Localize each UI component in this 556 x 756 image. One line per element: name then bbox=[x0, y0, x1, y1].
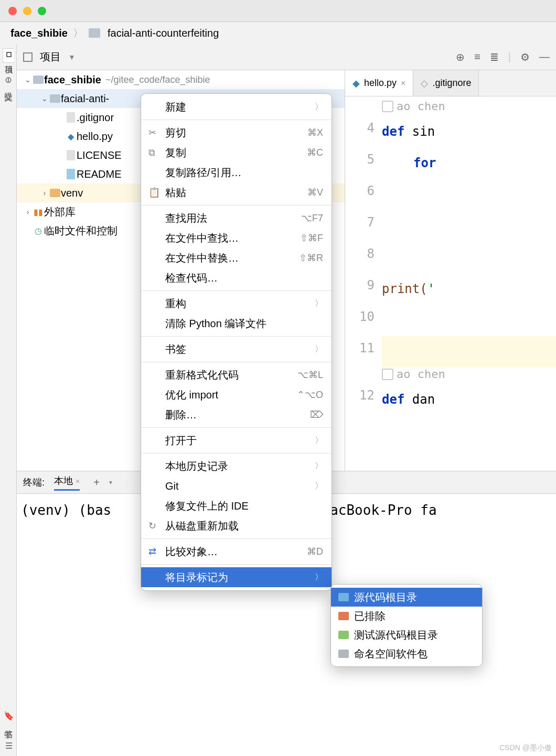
add-terminal-button[interactable]: + bbox=[93, 477, 100, 489]
breadcrumb-child[interactable]: facial-anti-counterfeiting bbox=[108, 27, 219, 39]
minimize-window-button[interactable] bbox=[23, 7, 31, 15]
cm-cut[interactable]: ✂剪切⌘X bbox=[141, 123, 332, 143]
python-file-icon: ◆ bbox=[352, 78, 360, 89]
folder-icon-gray bbox=[338, 650, 349, 658]
breadcrumb-root[interactable]: face_shibie bbox=[10, 27, 68, 39]
panel-label[interactable]: 项目 bbox=[40, 50, 61, 64]
terminal-tab-local[interactable]: 本地 × bbox=[54, 474, 80, 491]
sm-excluded[interactable]: 已排除 bbox=[331, 607, 482, 625]
copy-icon: ⧉ bbox=[148, 147, 155, 158]
cm-paste[interactable]: 📋粘贴⌘V bbox=[141, 182, 332, 202]
editor-tabs: ◆ hello.py × ◇ .gitignore bbox=[345, 70, 556, 96]
watermark: CSDN @墨小傲 bbox=[499, 743, 552, 753]
cm-bookmark[interactable]: 书签〉 bbox=[141, 339, 332, 359]
target-icon[interactable]: ⊕ bbox=[456, 51, 465, 63]
author-annotation: ao chen bbox=[382, 100, 556, 113]
sm-namespace[interactable]: 命名空间软件包 bbox=[331, 644, 482, 663]
left-sidebar: 项目 ⊖ 提交 🔖 书签 ☰ 结构 bbox=[0, 44, 17, 756]
mark-directory-submenu: 源代码根目录 已排除 测试源代码根目录 命名空间软件包 bbox=[330, 584, 483, 667]
cm-compare[interactable]: ⇄比较对象…⌘D bbox=[141, 542, 332, 561]
minimize-panel-icon[interactable]: — bbox=[539, 51, 550, 63]
titlebar bbox=[0, 0, 556, 22]
cm-copy-path[interactable]: 复制路径/引用… bbox=[141, 163, 332, 182]
chevron-down-icon[interactable]: ▾ bbox=[109, 479, 112, 486]
cm-git[interactable]: Git〉 bbox=[141, 476, 332, 496]
cm-delete[interactable]: 删除…⌦ bbox=[141, 405, 332, 425]
paste-icon: 📋 bbox=[148, 187, 160, 198]
cm-optimize-import[interactable]: 优化 import⌃⌥O bbox=[141, 385, 332, 405]
tab-hello-py[interactable]: ◆ hello.py × bbox=[345, 70, 413, 96]
cut-icon: ✂ bbox=[148, 127, 156, 138]
cm-reformat[interactable]: 重新格式化代码⌥⌘L bbox=[141, 365, 332, 385]
context-menu: 新建〉 ✂剪切⌘X ⧉复制⌘C 复制路径/引用… 📋粘贴⌘V 查找用法⌥F7 在… bbox=[141, 93, 332, 591]
close-window-button[interactable] bbox=[8, 7, 17, 15]
cm-new[interactable]: 新建〉 bbox=[141, 97, 332, 117]
editor-area: ◆ hello.py × ◇ .gitignore 456789101112 a… bbox=[345, 70, 556, 471]
cm-local-history[interactable]: 本地历史记录〉 bbox=[141, 456, 332, 476]
collapse-icon[interactable]: ≣ bbox=[490, 51, 499, 63]
divider: | bbox=[508, 51, 511, 63]
folder-icon-orange bbox=[338, 612, 349, 620]
cm-clean-pyc[interactable]: 清除 Python 编译文件 bbox=[141, 314, 332, 333]
breadcrumb: face_shibie 〉 facial-anti-counterfeiting bbox=[0, 22, 556, 44]
cm-repair-ide[interactable]: 修复文件上的 IDE bbox=[141, 496, 332, 516]
close-icon[interactable]: × bbox=[401, 79, 405, 88]
chevron-right-icon: 〉 bbox=[73, 26, 83, 40]
gitignore-file-icon: ◇ bbox=[421, 78, 428, 89]
sidebar-tab-project[interactable]: 项目 bbox=[3, 48, 14, 63]
project-panel-toolbar: 项目 ▼ ⊕ ≡ ≣ | ⚙ — bbox=[17, 44, 556, 70]
sidebar-tab-structure[interactable]: ☰ 结构 bbox=[3, 738, 14, 756]
cm-find-usages[interactable]: 查找用法⌥F7 bbox=[141, 208, 332, 228]
sidebar-tab-bookmarks[interactable]: 🔖 书签 bbox=[3, 708, 14, 727]
chevron-down-icon[interactable]: ▼ bbox=[68, 53, 76, 61]
cm-inspect[interactable]: 检查代码… bbox=[141, 268, 332, 288]
sm-test-root[interactable]: 测试源代码根目录 bbox=[331, 625, 482, 644]
terminal-title: 终端: bbox=[23, 476, 45, 489]
maximize-window-button[interactable] bbox=[38, 7, 46, 15]
cm-mark-directory[interactable]: 将目录标记为〉 bbox=[141, 567, 332, 587]
line-gutter: 456789101112 bbox=[345, 96, 382, 471]
gear-icon[interactable]: ⚙ bbox=[520, 51, 530, 63]
sm-source-root[interactable]: 源代码根目录 bbox=[331, 588, 482, 607]
cm-copy[interactable]: ⧉复制⌘C bbox=[141, 143, 332, 163]
cm-reload[interactable]: ↻从磁盘重新加载 bbox=[141, 516, 332, 536]
folder-icon-green bbox=[338, 631, 349, 639]
tree-root[interactable]: ⌄ face_shibie~/gitee_code/face_shibie bbox=[17, 70, 345, 89]
reload-icon: ↻ bbox=[148, 520, 156, 532]
cm-replace-in-files[interactable]: 在文件中替换…⇧⌘R bbox=[141, 248, 332, 268]
cm-open-in[interactable]: 打开于〉 bbox=[141, 430, 332, 450]
code-editor[interactable]: 456789101112 ao chen def sin for print('… bbox=[345, 96, 556, 471]
sidebar-tab-commit[interactable]: ⊖ 提交 bbox=[3, 73, 14, 89]
author-annotation-2: ao chen bbox=[382, 368, 556, 381]
project-view-icon bbox=[23, 52, 33, 62]
compare-icon: ⇄ bbox=[148, 546, 156, 557]
folder-icon bbox=[89, 28, 100, 38]
expand-icon[interactable]: ≡ bbox=[474, 51, 480, 63]
tab-gitignore[interactable]: ◇ .gitignore bbox=[413, 70, 479, 96]
cm-refactor[interactable]: 重构〉 bbox=[141, 294, 332, 314]
cm-find-in-files[interactable]: 在文件中查找…⇧⌘F bbox=[141, 228, 332, 248]
folder-icon-blue bbox=[338, 593, 349, 601]
